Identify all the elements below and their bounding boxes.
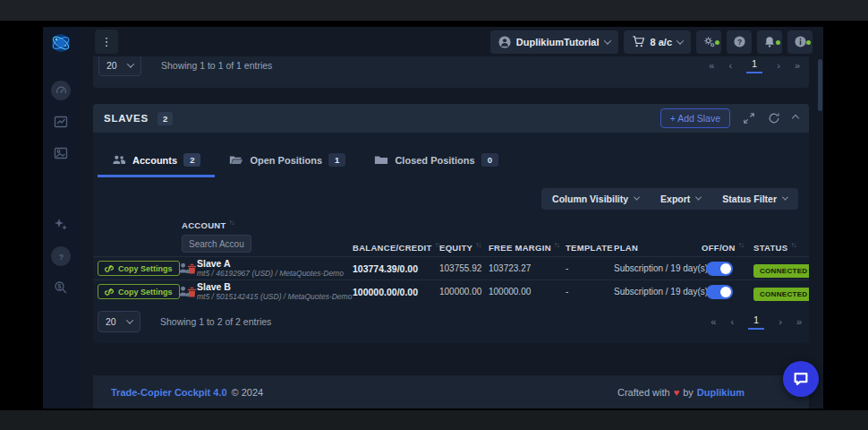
balance-column-header[interactable]: BALANCE/CREDIT↑↓ [345, 243, 439, 253]
column-visibility-button[interactable]: Column Visibility [541, 188, 650, 210]
cart-label: 8 a/c [651, 37, 672, 47]
status-column-header[interactable]: STATUS↑↓ [753, 243, 809, 253]
account-text: Slave B mt5 / 5015142415 (USD) / MetaQuo… [197, 282, 352, 301]
table-header-row: ACCOUNT↑↓ BALANCE/CREDIT↑↓ EQUITY↑↓ FREE… [93, 220, 809, 256]
help-button[interactable]: ? [727, 30, 752, 54]
last-page-button[interactable]: » [796, 316, 802, 327]
prev-page-button[interactable]: ‹ [728, 60, 732, 71]
duplikium-logo[interactable] [50, 32, 72, 54]
last-page-button[interactable]: » [795, 60, 800, 71]
equity-cell: 103755.92 [439, 263, 489, 273]
chart-icon[interactable] [51, 112, 71, 132]
sort-icon[interactable]: ↑↓ [435, 241, 440, 249]
sparkles-icon[interactable] [51, 215, 71, 235]
current-page[interactable]: 1 [746, 58, 762, 73]
tab-accounts[interactable]: Accounts 2 [98, 147, 215, 177]
collapse-panel-icon[interactable] [792, 115, 799, 122]
balance-cell: 100000.00/0.00 [345, 287, 439, 297]
duplikium-link[interactable]: Duplikium [697, 387, 745, 398]
settings-button[interactable] [696, 30, 721, 54]
user-menu[interactable]: DuplikiumTutorial [490, 30, 618, 54]
footer-brand-link[interactable]: Trade-Copier Cockpit 4.0 [111, 387, 227, 398]
scrollbar-thumb[interactable] [818, 59, 822, 111]
slaves-page-size-select[interactable]: 20 [98, 311, 140, 332]
template-column-header: TEMPLATE [566, 243, 614, 253]
chevron-down-icon [126, 316, 133, 323]
status-badge: CONNECTED [753, 264, 809, 278]
first-page-button[interactable]: « [711, 316, 716, 327]
account-cell: Slave A mt5 / 46192967 (USD) / MetaQuote… [177, 259, 345, 278]
panel-title: SLAVES [104, 113, 149, 124]
slaves-showing-text: Showing 1 to 2 of 2 entries [160, 316, 271, 327]
free-margin-cell: 100000.00 [489, 287, 566, 297]
masters-pagination-row: 20 Showing 1 to 1 of 1 entries « ‹ 1 › » [98, 56, 800, 76]
onoff-toggle[interactable] [706, 262, 733, 276]
header-label: BALANCE/CREDIT [353, 243, 432, 253]
app-footer: Trade-Copier Cockpit 4.0 © 2024 Crafted … [93, 375, 809, 408]
sort-icon[interactable]: ↑↓ [738, 241, 744, 249]
masters-page-size-select[interactable]: 20 [98, 56, 141, 76]
tab-open-positions[interactable]: Open Positions 1 [215, 147, 360, 177]
prev-page-button[interactable]: ‹ [730, 316, 734, 327]
slaves-table: ACCOUNT↑↓ BALANCE/CREDIT↑↓ EQUITY↑↓ FREE… [93, 220, 809, 343]
svg-text:$: $ [58, 283, 62, 290]
sort-icon[interactable]: ↑↓ [475, 241, 481, 249]
offon-column-header[interactable]: OFF/ON↑↓ [702, 243, 753, 253]
next-page-button[interactable]: › [777, 60, 780, 71]
header-label: OFF/ON [702, 243, 736, 253]
control-label: Status Filter [722, 194, 777, 204]
chevron-down-icon [603, 37, 610, 44]
copy-settings-button[interactable]: Copy Settings [98, 284, 180, 299]
footer-copyright: © 2024 [232, 387, 264, 398]
pricing-search-icon[interactable]: $ [51, 278, 71, 297]
sort-icon[interactable]: ↑↓ [229, 219, 234, 227]
image-icon[interactable] [51, 143, 71, 163]
plan-column-header: PLAN [614, 243, 702, 253]
fullscreen-icon[interactable] [743, 112, 755, 125]
open-folder-icon [229, 154, 243, 166]
slaves-count-badge: 2 [157, 112, 173, 125]
account-search-input[interactable] [182, 235, 251, 253]
template-cell: - [566, 263, 614, 273]
tab-closed-positions[interactable]: Closed Positions 0 [360, 147, 513, 177]
notifications-button[interactable] [757, 30, 782, 54]
onoff-toggle[interactable] [706, 285, 733, 299]
sidebar-menu: ? $ [51, 81, 71, 297]
page-size-value: 20 [106, 60, 117, 71]
account-name[interactable]: Slave A [197, 259, 344, 269]
offon-cell [702, 262, 753, 276]
main-column: ⋮ DuplikiumTutorial 8 a/c [79, 27, 823, 408]
account-details: mt5 / 46192967 (USD) / MetaQuotes-Demo [197, 269, 344, 278]
equity-column-header[interactable]: EQUITY↑↓ [439, 243, 489, 253]
free-margin-cell: 103723.27 [489, 263, 566, 273]
refresh-icon[interactable] [768, 112, 780, 125]
table-controls: Column Visibility Export Status Filter [541, 188, 798, 210]
chat-widget-button[interactable] [783, 361, 819, 397]
first-page-button[interactable]: « [709, 60, 714, 71]
help-icon[interactable]: ? [51, 246, 71, 266]
account-name[interactable]: Slave B [197, 282, 352, 292]
sort-icon[interactable]: ↑↓ [554, 241, 559, 249]
free-margin-column-header[interactable]: FREE MARGIN↑↓ [489, 243, 566, 253]
slave-account-icon [177, 262, 191, 274]
add-slave-button[interactable]: + Add Slave [660, 108, 730, 128]
svg-text:?: ? [58, 252, 63, 261]
accounts-cart-menu[interactable]: 8 a/c [624, 30, 691, 54]
current-page[interactable]: 1 [748, 314, 764, 330]
dashboard-icon[interactable] [51, 81, 71, 100]
status-filter-button[interactable]: Status Filter [711, 188, 798, 210]
next-page-button[interactable]: › [779, 316, 782, 327]
status-dot [776, 40, 780, 45]
copy-settings-button[interactable]: Copy Settings [98, 261, 180, 276]
menu-kebab-button[interactable]: ⋮ [95, 30, 118, 54]
balance-cell: 103774.39/0.00 [345, 263, 439, 274]
export-button[interactable]: Export [650, 188, 711, 210]
credit-text: by [683, 387, 694, 398]
header-label: PLAN [614, 243, 638, 253]
sort-icon[interactable]: ↑↓ [790, 241, 796, 249]
masters-panel-footer: 20 Showing 1 to 1 of 1 entries « ‹ 1 › » [93, 56, 809, 88]
closed-folder-icon [374, 154, 388, 166]
page-size-value: 20 [106, 316, 116, 327]
info-button[interactable] [787, 30, 813, 54]
account-column-header[interactable]: ACCOUNT↑↓ [177, 220, 345, 253]
